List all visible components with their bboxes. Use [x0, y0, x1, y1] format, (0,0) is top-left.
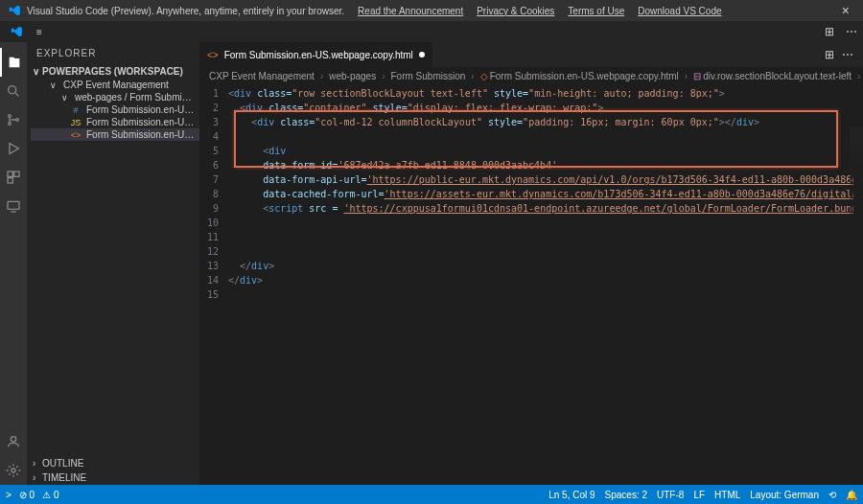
svg-rect-8: [8, 178, 12, 183]
tree-label: CXP Event Management: [63, 80, 169, 90]
svg-rect-7: [14, 172, 19, 176]
gear-icon[interactable]: [0, 456, 27, 485]
svg-point-4: [16, 119, 19, 122]
editor-tab[interactable]: <> Form Submission.en-US.webpage.copy.ht…: [199, 42, 433, 67]
svg-point-3: [9, 123, 12, 126]
svg-point-2: [9, 115, 12, 118]
tree-label: Form Submission.en-US.customcss.css: [86, 104, 196, 115]
svg-point-0: [9, 86, 16, 94]
section-label: TIMELINE: [42, 472, 86, 483]
extensions-icon[interactable]: [0, 163, 27, 192]
breadcrumb-item[interactable]: CXP Event Management: [209, 71, 315, 81]
link-terms[interactable]: Terms of Use: [568, 6, 624, 16]
outline-section[interactable]: ›OUTLINE: [27, 456, 199, 470]
link-announcement[interactable]: Read the Announcement: [358, 6, 463, 16]
tab-bar: <> Form Submission.en-US.webpage.copy.ht…: [199, 42, 863, 67]
timeline-section[interactable]: ›TIMELINE: [27, 470, 199, 485]
file-tree: ∨CXP Event Management ∨web-pages / Form …: [27, 79, 199, 141]
search-icon[interactable]: [0, 77, 27, 105]
workspace-label: POWERPAGES (WORKSPACE): [42, 66, 183, 77]
tree-file-html[interactable]: <>Form Submission.en-US.webpage.copy...: [31, 128, 199, 141]
activity-bar: [0, 42, 27, 485]
link-privacy[interactable]: Privacy & Cookies: [477, 6, 554, 16]
svg-point-11: [11, 437, 15, 442]
split-editor-icon[interactable]: ⊞: [825, 48, 834, 61]
tree-label: Form Submission.en-US.customjs.js: [86, 117, 196, 127]
code-editor[interactable]: 123456789101112131415 <div class="row se…: [199, 84, 863, 485]
minimap[interactable]: [850, 126, 863, 222]
html-file-icon: <>: [69, 130, 82, 140]
html-file-icon: <>: [207, 50, 219, 60]
status-bar: > ⊘ 0 ⚠ 0 Ln 5, Col 9 Spaces: 2 UTF-8 LF…: [0, 485, 863, 504]
browser-titlebar: Visual Studio Code (Preview). Anywhere, …: [0, 0, 863, 21]
errors-count[interactable]: ⊘ 0: [19, 490, 35, 500]
svg-point-12: [12, 469, 15, 472]
modified-dot-icon: [419, 52, 425, 57]
source-control-icon[interactable]: [0, 105, 27, 134]
encoding[interactable]: UTF-8: [657, 490, 684, 500]
bell-icon[interactable]: 🔔: [846, 490, 857, 500]
tree-file-js[interactable]: JSForm Submission.en-US.customjs.js: [31, 116, 199, 128]
svg-rect-9: [8, 201, 19, 209]
breadcrumb-item[interactable]: web-pages: [329, 71, 376, 81]
titlebar-links: Read the Announcement Privacy & Cookies …: [358, 6, 721, 16]
tab-label: Form Submission.en-US.webpage.copy.html: [224, 50, 413, 60]
breadcrumb-item[interactable]: Form Submission.en-US.webpage.copy.html: [490, 71, 679, 81]
more-icon[interactable]: ⋯: [840, 25, 863, 38]
more-icon[interactable]: ⋯: [842, 48, 853, 61]
tree-label: Form Submission.en-US.webpage.copy...: [86, 129, 196, 140]
explorer-icon[interactable]: [0, 48, 27, 77]
editor-area: <> Form Submission.en-US.webpage.copy.ht…: [199, 42, 863, 485]
tree-file-css[interactable]: #Form Submission.en-US.customcss.css: [31, 103, 199, 116]
svg-line-1: [15, 93, 18, 96]
indentation[interactable]: Spaces: 2: [605, 490, 647, 500]
breadcrumbs[interactable]: CXP Event Management› web-pages› Form Su…: [199, 67, 863, 84]
chevron-down-icon: ∨: [58, 93, 71, 103]
layout-icon[interactable]: ⊞: [819, 25, 840, 38]
tree-folder[interactable]: ∨CXP Event Management: [31, 79, 199, 91]
remote-indicator[interactable]: >: [6, 490, 12, 500]
vscode-icon: [10, 25, 23, 38]
workspace-header[interactable]: ∨POWERPAGES (WORKSPACE): [27, 64, 199, 79]
vscode-logo-icon: [8, 4, 21, 17]
warnings-count[interactable]: ⚠ 0: [42, 490, 58, 500]
line-gutter: 123456789101112131415: [199, 84, 228, 485]
tree-folder[interactable]: ∨web-pages / Form Submission: [31, 91, 199, 103]
layout-mode[interactable]: Layout: German: [750, 490, 819, 500]
breadcrumb-item[interactable]: Form Submission: [391, 71, 466, 81]
close-icon[interactable]: ×: [836, 3, 855, 18]
sidebar-title: EXPLORER: [27, 42, 199, 64]
cursor-position[interactable]: Ln 5, Col 9: [548, 490, 595, 500]
tree-label: web-pages / Form Submission: [75, 92, 196, 103]
account-icon[interactable]: [0, 427, 27, 456]
chevron-down-icon: ∨: [46, 80, 59, 90]
svg-marker-5: [10, 144, 18, 154]
css-file-icon: #: [69, 105, 82, 115]
debug-icon[interactable]: [0, 134, 27, 163]
titlebar-headline: Visual Studio Code (Preview). Anywhere, …: [27, 6, 344, 16]
section-label: OUTLINE: [42, 458, 83, 469]
remote-icon[interactable]: [0, 192, 27, 220]
breadcrumb-item[interactable]: div.row.sectionBlockLayout.text-left: [703, 71, 851, 81]
tab-actions: ⊞ ⋯: [825, 42, 863, 67]
code-body[interactable]: <div class="row sectionBlockLayout text-…: [228, 84, 853, 485]
eol[interactable]: LF: [693, 490, 705, 500]
menu-hamburger[interactable]: ≡: [29, 27, 50, 37]
menubar: ≡ ⊞ ⋯: [0, 21, 863, 42]
sidebar: EXPLORER ∨POWERPAGES (WORKSPACE) ∨CXP Ev…: [27, 42, 199, 485]
svg-rect-6: [8, 172, 12, 176]
link-download[interactable]: Download VS Code: [638, 6, 721, 16]
language-mode[interactable]: HTML: [714, 490, 740, 500]
feedback-icon[interactable]: ⟲: [828, 490, 836, 500]
js-file-icon: JS: [69, 118, 82, 127]
